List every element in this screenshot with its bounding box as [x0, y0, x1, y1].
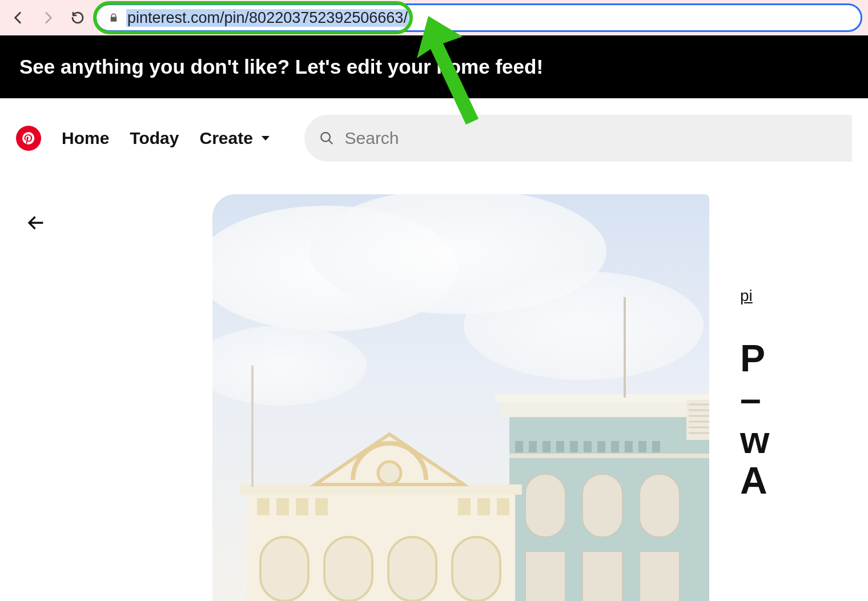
svg-rect-43	[458, 498, 471, 515]
browser-forward-button[interactable]	[35, 5, 61, 30]
pinterest-header: Home Today Create	[0, 98, 868, 178]
pin-title: P – w A	[740, 338, 866, 501]
svg-point-4	[464, 271, 704, 380]
nav-today[interactable]: Today	[130, 129, 179, 148]
search-input[interactable]	[345, 129, 838, 148]
svg-rect-41	[296, 498, 308, 515]
svg-rect-49	[452, 537, 500, 601]
address-url[interactable]: pinterest.com/pin/802203752392506663/	[126, 9, 409, 27]
svg-rect-25	[582, 551, 622, 601]
browser-reload-button[interactable]	[65, 5, 90, 30]
feed-edit-banner[interactable]: See anything you don't like? Let's edit …	[0, 35, 868, 98]
svg-rect-44	[477, 498, 490, 515]
lock-icon[interactable]	[106, 10, 122, 26]
svg-rect-16	[611, 441, 619, 452]
svg-rect-10	[529, 441, 537, 452]
banner-text: See anything you don't like? Let's edit …	[19, 55, 543, 78]
svg-rect-26	[640, 551, 680, 601]
svg-rect-23	[640, 474, 680, 537]
svg-rect-24	[525, 551, 565, 601]
svg-rect-42	[315, 498, 328, 515]
svg-rect-40	[276, 498, 289, 515]
chevron-down-icon	[259, 131, 272, 145]
search-bar[interactable]	[304, 115, 852, 162]
svg-rect-20	[509, 454, 709, 458]
svg-rect-13	[570, 441, 578, 452]
svg-rect-12	[556, 441, 564, 452]
svg-point-36	[378, 462, 401, 484]
pin-side-panel: pi P – w A	[740, 287, 866, 501]
address-bar[interactable]: pinterest.com/pin/802203752392506663/	[95, 3, 862, 32]
browser-back-button[interactable]	[6, 5, 31, 30]
svg-rect-15	[597, 441, 605, 452]
nav-create-label: Create	[199, 129, 252, 148]
pin-content-area: pi P – w A	[0, 178, 868, 601]
svg-rect-14	[584, 441, 592, 452]
search-icon	[319, 130, 335, 146]
pin-back-button[interactable]	[22, 209, 49, 237]
svg-rect-45	[497, 498, 509, 515]
svg-rect-17	[625, 441, 633, 452]
svg-rect-9	[515, 441, 523, 452]
svg-rect-39	[257, 498, 270, 515]
svg-rect-21	[525, 474, 565, 537]
pinterest-logo[interactable]	[16, 126, 41, 151]
nav-home[interactable]: Home	[62, 129, 109, 148]
svg-rect-8	[495, 394, 709, 402]
pin-source-link[interactable]: pi	[740, 287, 866, 305]
svg-rect-22	[582, 474, 622, 537]
pin-image[interactable]	[212, 194, 709, 601]
svg-rect-46	[260, 537, 308, 601]
svg-rect-18	[638, 441, 646, 452]
svg-rect-7	[501, 400, 709, 417]
nav-create[interactable]: Create	[199, 129, 272, 148]
browser-toolbar: pinterest.com/pin/802203752392506663/	[0, 0, 868, 35]
svg-rect-47	[324, 537, 372, 601]
svg-rect-19	[652, 441, 660, 452]
svg-rect-11	[542, 441, 550, 452]
svg-rect-48	[388, 537, 436, 601]
